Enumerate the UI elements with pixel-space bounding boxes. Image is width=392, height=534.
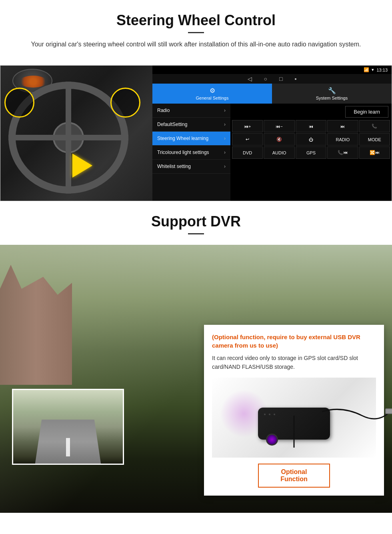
menu-white-label: Whitelist setting	[157, 164, 191, 169]
ctrl-gps[interactable]: GPS	[296, 146, 326, 159]
tab-general-label: General Settings	[196, 96, 229, 100]
camera-lens	[266, 434, 278, 446]
cable-svg	[322, 404, 392, 436]
arrow-indicator	[72, 154, 92, 178]
gear-icon: ⚙	[210, 87, 215, 94]
highlight-circle-left	[4, 88, 34, 118]
dvr-background: (Optional function, require to buy exter…	[0, 245, 392, 513]
tab-system-label: System Settings	[316, 96, 348, 100]
menu-item-steering-wheel[interactable]: Steering Wheel learning ›	[152, 132, 230, 146]
menu-item-tricoloured[interactable]: Tricoloured light settings ›	[152, 146, 230, 160]
status-time: 13:13	[376, 68, 388, 72]
menu-sw-label: Steering Wheel learning	[157, 136, 208, 141]
wrench-icon: 🔧	[328, 87, 336, 94]
menu-nav-icon[interactable]: ▪	[294, 76, 296, 82]
camera-assembly	[258, 408, 330, 440]
android-statusbar: 📶 ▾ 13:13	[152, 66, 392, 74]
steering-section: Steering Wheel Control Your original car…	[0, 0, 392, 65]
menu-arrow-icon: ›	[224, 108, 226, 113]
ctrl-phone[interactable]: 📞	[359, 120, 390, 132]
ctrl-vol-up[interactable]: ⏮+	[232, 120, 263, 132]
dvr-header: Support DVR	[0, 201, 392, 245]
ctrl-back[interactable]: ↩	[232, 133, 263, 146]
ctrl-phone-prev[interactable]: 📞⏮	[327, 146, 358, 159]
android-ui-panel: 📶 ▾ 13:13 ◁ ○ □ ▪ ⚙ General Settings 🔧 S…	[152, 66, 392, 201]
menu-radio-label: Radio	[157, 108, 170, 113]
ctrl-prev-track[interactable]: ⏮	[296, 120, 326, 132]
dvr-footage-thumbnail	[12, 389, 124, 465]
ctrl-power[interactable]: ⏻	[296, 133, 326, 146]
ctrl-audio[interactable]: AUDIO	[264, 146, 294, 159]
dvr-info-box: (Optional function, require to buy exter…	[204, 325, 384, 496]
title-divider	[188, 32, 204, 33]
menu-item-radio[interactable]: Radio ›	[152, 104, 230, 118]
home-nav-icon[interactable]: ○	[264, 76, 267, 82]
dvr-title: Support DVR	[16, 213, 376, 230]
menu-arrow-icon: ›	[224, 122, 226, 127]
wifi-icon: ▾	[372, 67, 374, 72]
recent-nav-icon[interactable]: □	[279, 76, 282, 82]
menu-default-label: DefaultSetting	[157, 122, 187, 127]
usb-plug	[385, 408, 392, 414]
ctrl-mute[interactable]: 🔇	[264, 133, 294, 146]
menu-arrow-icon: ›	[224, 150, 226, 155]
ctrl-dvd[interactable]: DVD	[232, 146, 263, 159]
spoke-vertical	[66, 82, 71, 194]
dvr-section: Support DVR (Optional function, require …	[0, 201, 392, 513]
page-title: Steering Wheel Control	[16, 12, 376, 29]
android-navbar: ◁ ○ □ ▪	[152, 74, 392, 84]
ctrl-shuffle-next[interactable]: 🔀⏭	[359, 146, 390, 159]
vent-holes	[264, 414, 275, 415]
menu-arrow-icon: ›	[224, 164, 226, 169]
menu-item-whitelist[interactable]: Whitelist setting ›	[152, 160, 230, 174]
ctrl-radio[interactable]: RADIO	[327, 133, 358, 146]
thumbnail-road-line	[66, 438, 70, 456]
signal-icon: 📶	[364, 67, 369, 72]
tab-system-settings[interactable]: 🔧 System Settings	[272, 84, 392, 104]
optional-function-button[interactable]: Optional Function	[258, 464, 330, 488]
dvr-camera-image	[212, 378, 376, 458]
android-content: Radio › DefaultSetting › Steering Wheel …	[152, 104, 392, 201]
tab-general-settings[interactable]: ⚙ General Settings	[152, 84, 272, 104]
begin-learn-button[interactable]: Begin learn	[345, 106, 388, 118]
back-nav-icon[interactable]: ◁	[248, 76, 252, 82]
menu-tri-label: Tricoloured light settings	[157, 150, 209, 155]
menu-arrow-icon: ›	[224, 136, 226, 141]
ctrl-vol-down[interactable]: ⏮−	[264, 120, 294, 132]
android-tabs: ⚙ General Settings 🔧 System Settings	[152, 84, 392, 104]
ctrl-next-track[interactable]: ⏭	[327, 120, 358, 132]
dvr-description: It can record video only to storage in G…	[212, 354, 376, 372]
steering-right-panel: Begin learn ⏮+ ⏮− ⏮ ⏭ 📞 ↩ 🔇 ⏻ RADIO MODE…	[230, 104, 392, 201]
begin-learn-row: Begin learn	[230, 104, 392, 120]
control-buttons-grid: ⏮+ ⏮− ⏮ ⏭ 📞 ↩ 🔇 ⏻ RADIO MODE DVD AUDIO G…	[230, 120, 392, 160]
highlight-circle-right	[110, 88, 140, 118]
menu-item-defaultsetting[interactable]: DefaultSetting ›	[152, 118, 230, 132]
screenshot-container: 📶 ▾ 13:13 ◁ ○ □ ▪ ⚙ General Settings 🔧 S…	[0, 65, 392, 201]
settings-menu: Radio › DefaultSetting › Steering Wheel …	[152, 104, 230, 201]
ctrl-mode[interactable]: MODE	[359, 133, 390, 146]
dvr-divider	[188, 233, 204, 234]
section-subtitle: Your original car's steering wheel contr…	[24, 40, 368, 49]
usb-cable-assembly	[322, 404, 392, 436]
dvr-optional-title: (Optional function, require to buy exter…	[212, 333, 376, 350]
steering-wheel-image	[0, 66, 152, 201]
